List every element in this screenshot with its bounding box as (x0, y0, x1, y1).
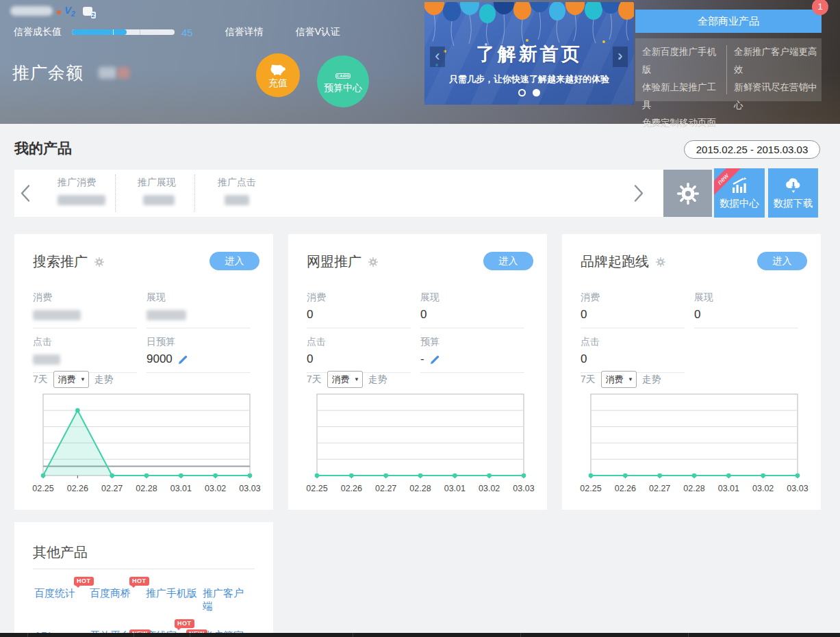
overview-stats-bar: 推广消费 推广展现 推广点击 (14, 170, 712, 217)
overview-stat-clicks: 推广点击 (218, 177, 256, 205)
date-range-picker[interactable]: 2015.02.25 - 2015.03.03 (684, 140, 820, 159)
trend-selector-row: 7天 消费 ▼ 走势 (33, 371, 114, 388)
stat-consume: 消费 (33, 291, 137, 328)
product-link-cell: 推广手机版 (146, 587, 203, 613)
hot-badge: HOT (129, 577, 149, 586)
credit-growth-row: 信誉成长值 45 信誉详情 信誉V认证 (14, 26, 340, 38)
card-title-row: 搜索推广 (33, 252, 105, 271)
product-link[interactable]: 百度统计 (34, 587, 75, 599)
balance-value-redacted (99, 67, 116, 79)
vertical-divider (726, 45, 727, 94)
redacted-value (147, 310, 186, 320)
svg-text:03.03: 03.03 (787, 484, 808, 493)
dotted-divider (194, 174, 195, 211)
card-title: 搜索推广 (33, 252, 88, 271)
settings-gear-icon[interactable] (655, 257, 666, 268)
edit-pencil-icon[interactable] (177, 354, 189, 365)
data-download-label: 数据下载 (774, 197, 813, 210)
chevron-right-icon[interactable] (633, 184, 644, 203)
card-stats: 消费 0 展现 0 点击 0 (581, 291, 802, 380)
recharge-button[interactable]: 充值 (256, 53, 300, 97)
trend-metric-select[interactable]: 消费 (601, 371, 637, 388)
redacted-value (143, 195, 175, 205)
enter-button[interactable]: 进入 (757, 252, 807, 270)
trend-metric-select[interactable]: 消费 (327, 371, 363, 388)
stat-impressions: 展现 0 (694, 291, 798, 328)
credit-detail-link[interactable]: 信誉详情 (225, 26, 264, 38)
svg-text:03.03: 03.03 (513, 484, 534, 493)
svg-text:02.25: 02.25 (580, 484, 601, 493)
other-products-card: 其他产品 HOT 百度统计 HOT 百度商桥 推广手机版 推广客户端 API (14, 522, 273, 637)
banner-dot-1[interactable] (518, 89, 526, 96)
stat-clicks: 点击 0 (581, 336, 685, 373)
chevron-left-icon[interactable] (20, 184, 31, 203)
redacted-value (33, 354, 60, 365)
gear-icon (676, 181, 700, 206)
trend-metric-select[interactable]: 消费 (53, 371, 89, 388)
banner-next-button[interactable]: › (613, 47, 628, 67)
card-icon: CARD (335, 68, 350, 80)
banner-dot-2[interactable] (533, 89, 540, 96)
card-title-row: 品牌起跑线 (581, 252, 666, 271)
username-redacted (10, 6, 53, 16)
credit-progress-bar (72, 29, 175, 35)
stat-budget: 预算 - (420, 336, 524, 373)
edit-pencil-icon[interactable] (429, 354, 441, 365)
card-stats: 消费 0 展现 0 点击 0 预算 - (307, 291, 529, 380)
enter-button[interactable]: 进入 (483, 252, 533, 270)
data-download-button[interactable]: 数据下载 (768, 168, 818, 218)
panel-link[interactable]: 新鲜资讯尽在营销中心 (734, 79, 822, 114)
credit-progress-fill (72, 29, 127, 35)
svg-text:02.28: 02.28 (136, 484, 157, 493)
settings-gear-icon[interactable] (94, 257, 105, 268)
stat-clicks: 点击 (33, 336, 137, 373)
links-column-right: 全新推广客户端更高效 新鲜资讯尽在营销中心 (734, 43, 822, 96)
stat-daily-budget: 日预算 9000 (147, 336, 251, 373)
recharge-label: 充值 (268, 77, 288, 90)
product-card-network: 网盟推广 进入 消费 0 展现 0 点击 0 预算 - (288, 234, 547, 510)
budget-center-button[interactable]: CARD 预算中心 (317, 55, 369, 107)
svg-text:02.27: 02.27 (649, 484, 670, 493)
stat-empty (694, 336, 798, 373)
panel-link[interactable]: 全新推广客户端更高效 (734, 43, 822, 79)
product-card-search: 搜索推广 进入 消费 展现 点击 日预算 9000 (14, 234, 273, 510)
piggy-bank-icon (269, 62, 287, 75)
svg-text:02.26: 02.26 (341, 484, 362, 493)
taskbar-edge (0, 633, 840, 637)
product-link[interactable]: 推广手机版 (146, 587, 197, 599)
credit-v-cert-link[interactable]: 信誉V认证 (296, 26, 340, 38)
svg-text:02.25: 02.25 (306, 484, 327, 493)
bar-chart-icon (730, 177, 749, 194)
trend-suffix-label: 走势 (94, 374, 114, 386)
product-link[interactable]: 百度商桥 (90, 587, 131, 599)
trend-chart: 02.2502.2602.2702.2803.0103.0203.03 (25, 389, 268, 493)
promo-banner[interactable]: 了解新首页 只需几步，让你快速了解越来越好的体验 ‹ › (424, 2, 634, 105)
trend-selector-row: 7天 消费 ▼ 走势 (307, 371, 387, 388)
product-link[interactable]: 推广客户端 (203, 587, 244, 612)
hot-badge: HOT (175, 619, 194, 628)
settings-gear-icon[interactable] (368, 257, 379, 268)
panel-link[interactable]: 体验新上架推广工具 (642, 79, 721, 114)
overview-stat-impressions: 推广展现 (138, 177, 176, 205)
banner-prev-button[interactable]: ‹ (430, 47, 445, 67)
svg-text:03.01: 03.01 (718, 484, 739, 493)
promotion-balance: 推广余额 (12, 62, 129, 84)
card-title-row: 网盟推广 (307, 252, 379, 271)
header-hero: V2 2 信誉成长值 45 信誉详情 信誉V认证 推广余额 (0, 0, 840, 124)
banner-pagination (424, 89, 634, 96)
moneybag-badge-icon: 2 (83, 7, 92, 16)
notification-badge: 1 (812, 0, 828, 15)
all-products-button[interactable]: 全部商业产品 (635, 10, 822, 33)
svg-text:03.01: 03.01 (170, 484, 192, 493)
enter-button[interactable]: 进入 (209, 252, 259, 270)
panel-link[interactable]: 免费定制移动页面 (642, 114, 721, 132)
redacted-value (225, 195, 249, 205)
customize-stats-button[interactable] (663, 170, 712, 217)
v2-level-badge: V2 (64, 4, 75, 18)
banner-subtitle: 只需几步，让你快速了解越来越好的体验 (424, 73, 634, 86)
data-center-button[interactable]: new 数据中心 (714, 168, 765, 218)
svg-text:02.27: 02.27 (101, 484, 123, 493)
panel-link[interactable]: 全新百度推广手机版 (642, 43, 721, 79)
cloud-download-icon (784, 177, 803, 194)
hot-badge: HOT (74, 577, 94, 586)
